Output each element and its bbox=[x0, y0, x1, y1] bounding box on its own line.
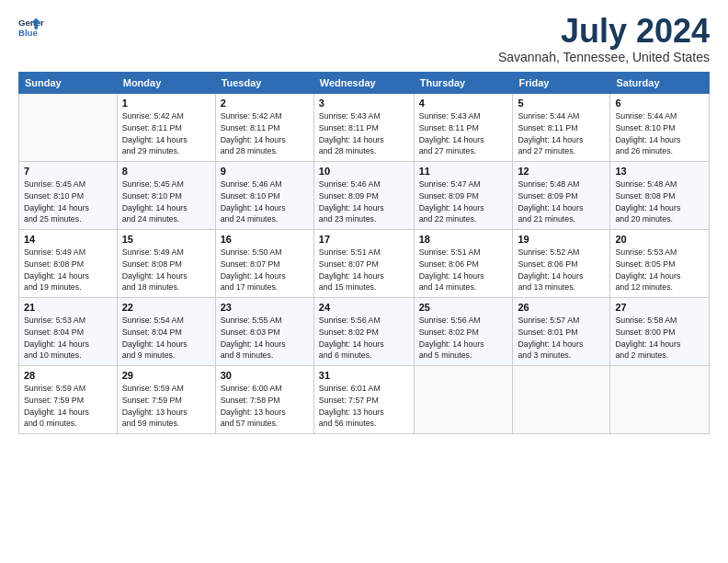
day-number: 21 bbox=[24, 302, 112, 313]
calendar-header: Sunday Monday Tuesday Wednesday Thursday… bbox=[19, 73, 710, 94]
day-info: Sunrise: 5:45 AMSunset: 8:10 PMDaylight:… bbox=[122, 178, 210, 225]
day-number: 9 bbox=[221, 166, 309, 177]
day-info: Sunrise: 5:51 AMSunset: 8:07 PMDaylight:… bbox=[319, 247, 409, 293]
calendar-cell: 6Sunrise: 5:44 AMSunset: 8:10 PMDaylight… bbox=[610, 94, 710, 162]
day-info: Sunrise: 5:45 AMSunset: 8:10 PMDaylight:… bbox=[24, 178, 112, 225]
calendar-cell: 7Sunrise: 5:45 AMSunset: 8:10 PMDaylight… bbox=[19, 162, 118, 230]
calendar-cell: 13Sunrise: 5:48 AMSunset: 8:08 PMDayligh… bbox=[610, 162, 710, 230]
col-monday: Monday bbox=[117, 73, 215, 94]
logo: General Blue bbox=[18, 15, 44, 40]
day-number: 17 bbox=[319, 234, 409, 245]
day-info: Sunrise: 5:42 AMSunset: 8:11 PMDaylight:… bbox=[122, 110, 210, 157]
calendar-cell: 14Sunrise: 5:49 AMSunset: 8:08 PMDayligh… bbox=[19, 230, 118, 298]
day-info: Sunrise: 5:50 AMSunset: 8:07 PMDaylight:… bbox=[221, 247, 309, 293]
week-row-1: 1Sunrise: 5:42 AMSunset: 8:11 PMDaylight… bbox=[19, 94, 710, 162]
day-info: Sunrise: 6:01 AMSunset: 7:57 PMDaylight:… bbox=[319, 383, 409, 430]
day-info: Sunrise: 5:44 AMSunset: 8:11 PMDaylight:… bbox=[518, 110, 605, 157]
day-info: Sunrise: 5:53 AMSunset: 8:05 PMDaylight:… bbox=[615, 247, 704, 293]
calendar-cell: 25Sunrise: 5:56 AMSunset: 8:02 PMDayligh… bbox=[414, 298, 513, 366]
day-number: 12 bbox=[518, 166, 605, 177]
header: General Blue July 2024 Savannah, Tenness… bbox=[18, 15, 710, 64]
col-sunday: Sunday bbox=[19, 73, 118, 94]
day-info: Sunrise: 5:57 AMSunset: 8:01 PMDaylight:… bbox=[518, 315, 605, 362]
week-row-4: 21Sunrise: 5:53 AMSunset: 8:04 PMDayligh… bbox=[19, 298, 710, 366]
day-number: 15 bbox=[122, 234, 210, 245]
calendar-cell: 19Sunrise: 5:52 AMSunset: 8:06 PMDayligh… bbox=[513, 230, 610, 298]
day-info: Sunrise: 5:42 AMSunset: 8:11 PMDaylight:… bbox=[221, 110, 309, 157]
day-info: Sunrise: 5:51 AMSunset: 8:06 PMDaylight:… bbox=[419, 247, 508, 293]
day-info: Sunrise: 5:43 AMSunset: 8:11 PMDaylight:… bbox=[319, 110, 409, 157]
calendar-table: Sunday Monday Tuesday Wednesday Thursday… bbox=[18, 72, 710, 434]
title-block: July 2024 Savannah, Tennessee, United St… bbox=[498, 15, 710, 64]
calendar-cell: 18Sunrise: 5:51 AMSunset: 8:06 PMDayligh… bbox=[414, 230, 513, 298]
calendar-cell: 1Sunrise: 5:42 AMSunset: 8:11 PMDaylight… bbox=[117, 94, 215, 162]
day-info: Sunrise: 5:46 AMSunset: 8:10 PMDaylight:… bbox=[221, 178, 309, 225]
day-info: Sunrise: 5:47 AMSunset: 8:09 PMDaylight:… bbox=[419, 178, 508, 225]
calendar-cell: 21Sunrise: 5:53 AMSunset: 8:04 PMDayligh… bbox=[19, 298, 118, 366]
calendar-cell: 8Sunrise: 5:45 AMSunset: 8:10 PMDaylight… bbox=[117, 162, 215, 230]
day-number: 25 bbox=[419, 302, 508, 313]
day-info: Sunrise: 5:54 AMSunset: 8:04 PMDaylight:… bbox=[122, 315, 210, 362]
calendar-cell bbox=[19, 94, 118, 162]
day-info: Sunrise: 5:53 AMSunset: 8:04 PMDaylight:… bbox=[24, 315, 112, 362]
day-info: Sunrise: 5:49 AMSunset: 8:08 PMDaylight:… bbox=[24, 247, 112, 293]
col-thursday: Thursday bbox=[414, 73, 513, 94]
calendar-cell: 12Sunrise: 5:48 AMSunset: 8:09 PMDayligh… bbox=[513, 162, 610, 230]
week-row-2: 7Sunrise: 5:45 AMSunset: 8:10 PMDaylight… bbox=[19, 162, 710, 230]
day-info: Sunrise: 5:49 AMSunset: 8:08 PMDaylight:… bbox=[122, 247, 210, 293]
day-number: 18 bbox=[419, 234, 508, 245]
calendar-cell: 22Sunrise: 5:54 AMSunset: 8:04 PMDayligh… bbox=[117, 298, 215, 366]
day-info: Sunrise: 6:00 AMSunset: 7:58 PMDaylight:… bbox=[221, 383, 309, 430]
day-number: 23 bbox=[221, 302, 309, 313]
main-title: July 2024 bbox=[498, 15, 710, 48]
day-info: Sunrise: 5:58 AMSunset: 8:00 PMDaylight:… bbox=[615, 315, 704, 362]
calendar-cell: 20Sunrise: 5:53 AMSunset: 8:05 PMDayligh… bbox=[610, 230, 710, 298]
calendar-cell: 23Sunrise: 5:55 AMSunset: 8:03 PMDayligh… bbox=[215, 298, 313, 366]
day-number: 5 bbox=[518, 98, 605, 109]
day-info: Sunrise: 5:59 AMSunset: 7:59 PMDaylight:… bbox=[122, 383, 210, 430]
day-number: 4 bbox=[419, 98, 508, 109]
day-number: 8 bbox=[122, 166, 210, 177]
day-number: 31 bbox=[319, 370, 409, 381]
calendar-cell: 24Sunrise: 5:56 AMSunset: 8:02 PMDayligh… bbox=[313, 298, 414, 366]
day-info: Sunrise: 5:56 AMSunset: 8:02 PMDaylight:… bbox=[319, 315, 409, 362]
calendar-cell bbox=[513, 366, 610, 434]
calendar-cell bbox=[414, 366, 513, 434]
col-wednesday: Wednesday bbox=[313, 73, 414, 94]
calendar-cell: 9Sunrise: 5:46 AMSunset: 8:10 PMDaylight… bbox=[215, 162, 313, 230]
day-info: Sunrise: 5:43 AMSunset: 8:11 PMDaylight:… bbox=[419, 110, 508, 157]
day-number: 27 bbox=[615, 302, 704, 313]
day-info: Sunrise: 5:44 AMSunset: 8:10 PMDaylight:… bbox=[615, 110, 704, 157]
day-number: 7 bbox=[24, 166, 112, 177]
day-info: Sunrise: 5:46 AMSunset: 8:09 PMDaylight:… bbox=[319, 178, 409, 225]
subtitle: Savannah, Tennessee, United States bbox=[498, 50, 710, 64]
day-info: Sunrise: 5:48 AMSunset: 8:08 PMDaylight:… bbox=[615, 178, 704, 225]
page: General Blue July 2024 Savannah, Tenness… bbox=[0, 0, 728, 563]
day-number: 30 bbox=[221, 370, 309, 381]
calendar-cell: 16Sunrise: 5:50 AMSunset: 8:07 PMDayligh… bbox=[215, 230, 313, 298]
day-number: 13 bbox=[615, 166, 704, 177]
day-number: 3 bbox=[319, 98, 409, 109]
day-number: 19 bbox=[518, 234, 605, 245]
calendar-cell: 4Sunrise: 5:43 AMSunset: 8:11 PMDaylight… bbox=[414, 94, 513, 162]
day-number: 26 bbox=[518, 302, 605, 313]
calendar-body: 1Sunrise: 5:42 AMSunset: 8:11 PMDaylight… bbox=[19, 94, 710, 434]
calendar-cell: 27Sunrise: 5:58 AMSunset: 8:00 PMDayligh… bbox=[610, 298, 710, 366]
calendar-cell: 3Sunrise: 5:43 AMSunset: 8:11 PMDaylight… bbox=[313, 94, 414, 162]
week-row-5: 28Sunrise: 5:59 AMSunset: 7:59 PMDayligh… bbox=[19, 366, 710, 434]
day-number: 29 bbox=[122, 370, 210, 381]
col-saturday: Saturday bbox=[610, 73, 710, 94]
header-row: Sunday Monday Tuesday Wednesday Thursday… bbox=[19, 73, 710, 94]
day-number: 22 bbox=[122, 302, 210, 313]
calendar-cell: 15Sunrise: 5:49 AMSunset: 8:08 PMDayligh… bbox=[117, 230, 215, 298]
day-number: 2 bbox=[221, 98, 309, 109]
day-number: 10 bbox=[319, 166, 409, 177]
calendar-cell: 28Sunrise: 5:59 AMSunset: 7:59 PMDayligh… bbox=[19, 366, 118, 434]
calendar-cell: 2Sunrise: 5:42 AMSunset: 8:11 PMDaylight… bbox=[215, 94, 313, 162]
day-number: 14 bbox=[24, 234, 112, 245]
col-tuesday: Tuesday bbox=[215, 73, 313, 94]
day-info: Sunrise: 5:55 AMSunset: 8:03 PMDaylight:… bbox=[221, 315, 309, 362]
calendar-cell: 5Sunrise: 5:44 AMSunset: 8:11 PMDaylight… bbox=[513, 94, 610, 162]
day-info: Sunrise: 5:52 AMSunset: 8:06 PMDaylight:… bbox=[518, 247, 605, 293]
day-number: 6 bbox=[615, 98, 704, 109]
